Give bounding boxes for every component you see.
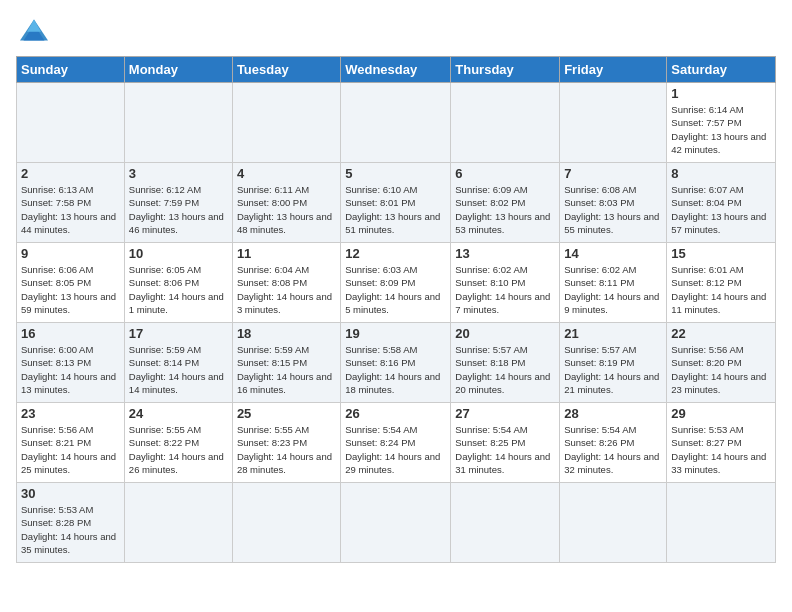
day-number: 15	[671, 246, 771, 261]
calendar-cell: 20Sunrise: 5:57 AM Sunset: 8:18 PM Dayli…	[451, 323, 560, 403]
day-number: 3	[129, 166, 228, 181]
day-info: Sunrise: 5:56 AM Sunset: 8:21 PM Dayligh…	[21, 423, 120, 476]
calendar-cell: 25Sunrise: 5:55 AM Sunset: 8:23 PM Dayli…	[232, 403, 340, 483]
day-info: Sunrise: 6:07 AM Sunset: 8:04 PM Dayligh…	[671, 183, 771, 236]
calendar-cell	[17, 83, 125, 163]
day-number: 29	[671, 406, 771, 421]
day-number: 16	[21, 326, 120, 341]
day-info: Sunrise: 5:56 AM Sunset: 8:20 PM Dayligh…	[671, 343, 771, 396]
day-number: 6	[455, 166, 555, 181]
calendar-header-tuesday: Tuesday	[232, 57, 340, 83]
calendar-header-wednesday: Wednesday	[341, 57, 451, 83]
day-number: 1	[671, 86, 771, 101]
day-info: Sunrise: 5:55 AM Sunset: 8:23 PM Dayligh…	[237, 423, 336, 476]
calendar-cell: 8Sunrise: 6:07 AM Sunset: 8:04 PM Daylig…	[667, 163, 776, 243]
day-info: Sunrise: 5:59 AM Sunset: 8:15 PM Dayligh…	[237, 343, 336, 396]
calendar-cell: 2Sunrise: 6:13 AM Sunset: 7:58 PM Daylig…	[17, 163, 125, 243]
day-info: Sunrise: 6:03 AM Sunset: 8:09 PM Dayligh…	[345, 263, 446, 316]
calendar-week-1: 1Sunrise: 6:14 AM Sunset: 7:57 PM Daylig…	[17, 83, 776, 163]
calendar-cell: 21Sunrise: 5:57 AM Sunset: 8:19 PM Dayli…	[560, 323, 667, 403]
calendar-cell: 18Sunrise: 5:59 AM Sunset: 8:15 PM Dayli…	[232, 323, 340, 403]
calendar-week-2: 2Sunrise: 6:13 AM Sunset: 7:58 PM Daylig…	[17, 163, 776, 243]
calendar-header-row: SundayMondayTuesdayWednesdayThursdayFrid…	[17, 57, 776, 83]
day-number: 30	[21, 486, 120, 501]
calendar-cell	[560, 83, 667, 163]
calendar-cell	[667, 483, 776, 563]
calendar-cell: 23Sunrise: 5:56 AM Sunset: 8:21 PM Dayli…	[17, 403, 125, 483]
calendar-cell: 3Sunrise: 6:12 AM Sunset: 7:59 PM Daylig…	[124, 163, 232, 243]
day-number: 11	[237, 246, 336, 261]
day-number: 22	[671, 326, 771, 341]
calendar-cell	[232, 83, 340, 163]
day-info: Sunrise: 5:54 AM Sunset: 8:26 PM Dayligh…	[564, 423, 662, 476]
calendar-cell: 30Sunrise: 5:53 AM Sunset: 8:28 PM Dayli…	[17, 483, 125, 563]
day-info: Sunrise: 6:01 AM Sunset: 8:12 PM Dayligh…	[671, 263, 771, 316]
day-info: Sunrise: 6:09 AM Sunset: 8:02 PM Dayligh…	[455, 183, 555, 236]
calendar: SundayMondayTuesdayWednesdayThursdayFrid…	[16, 56, 776, 563]
calendar-cell: 9Sunrise: 6:06 AM Sunset: 8:05 PM Daylig…	[17, 243, 125, 323]
calendar-cell: 27Sunrise: 5:54 AM Sunset: 8:25 PM Dayli…	[451, 403, 560, 483]
day-info: Sunrise: 6:12 AM Sunset: 7:59 PM Dayligh…	[129, 183, 228, 236]
calendar-week-6: 30Sunrise: 5:53 AM Sunset: 8:28 PM Dayli…	[17, 483, 776, 563]
calendar-cell	[232, 483, 340, 563]
day-info: Sunrise: 6:14 AM Sunset: 7:57 PM Dayligh…	[671, 103, 771, 156]
day-number: 26	[345, 406, 446, 421]
calendar-cell	[341, 83, 451, 163]
day-info: Sunrise: 5:53 AM Sunset: 8:27 PM Dayligh…	[671, 423, 771, 476]
calendar-header-friday: Friday	[560, 57, 667, 83]
day-number: 21	[564, 326, 662, 341]
calendar-cell	[451, 83, 560, 163]
calendar-cell: 28Sunrise: 5:54 AM Sunset: 8:26 PM Dayli…	[560, 403, 667, 483]
calendar-cell	[451, 483, 560, 563]
day-info: Sunrise: 6:00 AM Sunset: 8:13 PM Dayligh…	[21, 343, 120, 396]
day-info: Sunrise: 5:54 AM Sunset: 8:25 PM Dayligh…	[455, 423, 555, 476]
day-number: 17	[129, 326, 228, 341]
calendar-cell: 6Sunrise: 6:09 AM Sunset: 8:02 PM Daylig…	[451, 163, 560, 243]
calendar-cell: 15Sunrise: 6:01 AM Sunset: 8:12 PM Dayli…	[667, 243, 776, 323]
day-info: Sunrise: 6:10 AM Sunset: 8:01 PM Dayligh…	[345, 183, 446, 236]
day-number: 20	[455, 326, 555, 341]
day-info: Sunrise: 5:54 AM Sunset: 8:24 PM Dayligh…	[345, 423, 446, 476]
calendar-cell: 19Sunrise: 5:58 AM Sunset: 8:16 PM Dayli…	[341, 323, 451, 403]
logo	[16, 16, 56, 44]
day-number: 23	[21, 406, 120, 421]
header	[16, 16, 776, 44]
calendar-header-sunday: Sunday	[17, 57, 125, 83]
day-info: Sunrise: 6:06 AM Sunset: 8:05 PM Dayligh…	[21, 263, 120, 316]
day-number: 14	[564, 246, 662, 261]
calendar-cell: 13Sunrise: 6:02 AM Sunset: 8:10 PM Dayli…	[451, 243, 560, 323]
day-number: 9	[21, 246, 120, 261]
calendar-week-5: 23Sunrise: 5:56 AM Sunset: 8:21 PM Dayli…	[17, 403, 776, 483]
calendar-cell: 26Sunrise: 5:54 AM Sunset: 8:24 PM Dayli…	[341, 403, 451, 483]
logo-icon	[16, 16, 52, 44]
day-info: Sunrise: 6:13 AM Sunset: 7:58 PM Dayligh…	[21, 183, 120, 236]
day-number: 10	[129, 246, 228, 261]
calendar-header-thursday: Thursday	[451, 57, 560, 83]
day-number: 18	[237, 326, 336, 341]
day-number: 4	[237, 166, 336, 181]
day-number: 7	[564, 166, 662, 181]
day-info: Sunrise: 5:59 AM Sunset: 8:14 PM Dayligh…	[129, 343, 228, 396]
calendar-cell: 22Sunrise: 5:56 AM Sunset: 8:20 PM Dayli…	[667, 323, 776, 403]
calendar-cell: 17Sunrise: 5:59 AM Sunset: 8:14 PM Dayli…	[124, 323, 232, 403]
day-info: Sunrise: 6:02 AM Sunset: 8:10 PM Dayligh…	[455, 263, 555, 316]
day-info: Sunrise: 6:08 AM Sunset: 8:03 PM Dayligh…	[564, 183, 662, 236]
calendar-header-monday: Monday	[124, 57, 232, 83]
day-number: 5	[345, 166, 446, 181]
day-number: 28	[564, 406, 662, 421]
calendar-cell: 4Sunrise: 6:11 AM Sunset: 8:00 PM Daylig…	[232, 163, 340, 243]
day-info: Sunrise: 6:04 AM Sunset: 8:08 PM Dayligh…	[237, 263, 336, 316]
day-number: 12	[345, 246, 446, 261]
calendar-cell: 10Sunrise: 6:05 AM Sunset: 8:06 PM Dayli…	[124, 243, 232, 323]
calendar-week-4: 16Sunrise: 6:00 AM Sunset: 8:13 PM Dayli…	[17, 323, 776, 403]
calendar-cell	[341, 483, 451, 563]
calendar-cell: 12Sunrise: 6:03 AM Sunset: 8:09 PM Dayli…	[341, 243, 451, 323]
calendar-week-3: 9Sunrise: 6:06 AM Sunset: 8:05 PM Daylig…	[17, 243, 776, 323]
day-info: Sunrise: 5:57 AM Sunset: 8:18 PM Dayligh…	[455, 343, 555, 396]
calendar-cell	[124, 83, 232, 163]
calendar-header-saturday: Saturday	[667, 57, 776, 83]
day-info: Sunrise: 6:11 AM Sunset: 8:00 PM Dayligh…	[237, 183, 336, 236]
day-number: 24	[129, 406, 228, 421]
day-number: 8	[671, 166, 771, 181]
calendar-cell: 24Sunrise: 5:55 AM Sunset: 8:22 PM Dayli…	[124, 403, 232, 483]
